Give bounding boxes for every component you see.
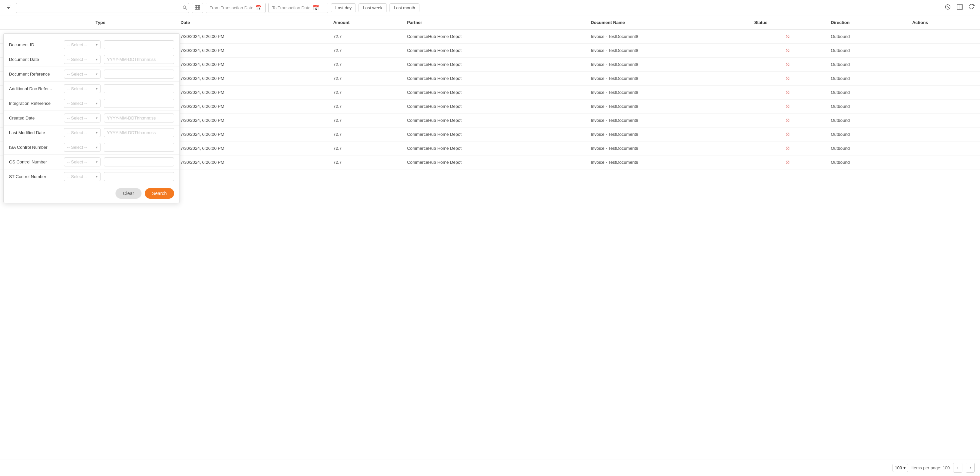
next-page-button[interactable]: › (966, 463, 975, 473)
filter-panel-footer: Clear Search (4, 184, 180, 203)
date-cell: 7/30/2024, 6:26:00 PM (176, 127, 329, 142)
date-cell: 7/30/2024, 6:26:00 PM (176, 100, 329, 113)
filter-select-2[interactable]: -- Select -- ▾ (64, 70, 100, 78)
to-date-calendar-icon: 📅 (313, 5, 319, 11)
amount-cell: 72.7 (329, 142, 402, 156)
last-month-button[interactable]: Last month (390, 3, 419, 12)
filter-select-4[interactable]: -- Select -- ▾ (64, 99, 100, 108)
col-header-date: Date (176, 16, 329, 29)
history-button[interactable] (943, 3, 952, 13)
direction-cell: Outbound (826, 100, 908, 113)
chevron-down-icon: ▾ (96, 72, 97, 76)
clear-button[interactable]: Clear (116, 188, 141, 199)
search-icon-button[interactable] (181, 4, 188, 12)
filter-row: Integration Reference -- Select -- ▾ (4, 96, 180, 111)
filter-select-5[interactable]: -- Select -- ▾ (64, 113, 100, 123)
filter-select-1[interactable]: -- Select -- ▾ (64, 55, 100, 64)
partner-cell: CommerceHub Home Depot (402, 100, 586, 113)
direction-cell: Outbound (826, 44, 908, 57)
status-error-icon: ⦻ (785, 103, 791, 110)
actions-cell (907, 44, 980, 57)
filter-label-6: Last Modified Date (9, 130, 60, 135)
page-size-select[interactable]: 100 ▾ (892, 464, 908, 472)
partner-cell: CommerceHub Home Depot (402, 142, 586, 156)
amount-cell: 72.7 (329, 72, 402, 86)
doc-name-cell: Invoice - TestDocument8 (586, 29, 749, 44)
col-header-checkbox (76, 16, 91, 29)
partner-cell: CommerceHub Home Depot (402, 86, 586, 100)
filter-row: ISA Control Number -- Select -- ▾ (4, 140, 180, 155)
status-error-icon: ⦻ (785, 145, 791, 151)
to-date-input[interactable]: To Transaction Date 📅 (268, 3, 328, 13)
status-error-icon: ⦻ (785, 159, 791, 166)
filter-label-2: Document Reference (9, 72, 60, 76)
columns-button[interactable] (955, 3, 964, 13)
from-date-calendar-icon: 📅 (255, 5, 262, 11)
filter-select-3[interactable]: -- Select -- ▾ (64, 84, 100, 93)
filter-toggle-button[interactable] (4, 3, 13, 13)
date-cell: 7/30/2024, 6:26:00 PM (176, 156, 329, 169)
from-date-input[interactable]: From Transaction Date 📅 (206, 3, 266, 13)
filter-label-4: Integration Reference (9, 101, 60, 106)
status-cell: ⦻ (749, 44, 826, 57)
status-cell: ⦻ (749, 100, 826, 113)
filter-input-1[interactable] (104, 55, 174, 64)
partner-cell: CommerceHub Home Depot (402, 29, 586, 44)
table-header-row: Type Date Amount Partner Document Name S… (0, 16, 980, 29)
filter-input-4[interactable] (104, 99, 174, 108)
doc-name-cell: Invoice - TestDocument8 (586, 113, 749, 127)
actions-cell (907, 142, 980, 156)
chevron-down-icon: ▾ (96, 43, 97, 46)
search-input[interactable] (16, 3, 189, 13)
filter-input-5[interactable] (104, 113, 174, 123)
advanced-filter-button[interactable] (192, 3, 203, 13)
partner-cell: CommerceHub Home Depot (402, 113, 586, 127)
amount-cell: 72.7 (329, 100, 402, 113)
filter-row: ST Control Number -- Select -- ▾ (4, 169, 180, 184)
filter-input-2[interactable] (104, 70, 174, 78)
col-header-type: Type (91, 16, 176, 29)
direction-cell: Outbound (826, 142, 908, 156)
date-cell: 7/30/2024, 6:26:00 PM (176, 29, 329, 44)
status-cell: ⦻ (749, 156, 826, 169)
col-header-expand (0, 16, 76, 29)
filter-select-7[interactable]: -- Select -- ▾ (64, 143, 100, 152)
filter-input-8[interactable] (104, 158, 174, 166)
last-week-button[interactable]: Last week (358, 3, 387, 12)
filter-input-3[interactable] (104, 84, 174, 93)
amount-cell: 72.7 (329, 127, 402, 142)
filter-input-9[interactable] (104, 172, 174, 181)
filter-row: Created Date -- Select -- ▾ (4, 111, 180, 126)
actions-cell (907, 29, 980, 44)
last-day-button[interactable]: Last day (331, 3, 356, 12)
partner-cell: CommerceHub Home Depot (402, 127, 586, 142)
filter-select-0[interactable]: -- Select -- ▾ (64, 40, 100, 49)
status-cell: ⦻ (749, 113, 826, 127)
status-cell: ⦻ (749, 57, 826, 72)
actions-cell (907, 127, 980, 142)
filter-select-6[interactable]: -- Select -- ▾ (64, 128, 100, 137)
filter-row: Document ID -- Select -- ▾ (4, 38, 180, 52)
direction-cell: Outbound (826, 86, 908, 100)
filter-input-6[interactable] (104, 128, 174, 137)
actions-cell (907, 100, 980, 113)
refresh-button[interactable] (967, 3, 976, 13)
chevron-down-icon: ▾ (96, 116, 97, 120)
svg-rect-10 (957, 4, 963, 10)
direction-cell: Outbound (826, 156, 908, 169)
prev-page-button[interactable]: ‹ (953, 463, 962, 473)
chevron-down-icon: ▾ (96, 57, 97, 61)
filter-input-7[interactable] (104, 143, 174, 152)
date-cell: 7/30/2024, 6:26:00 PM (176, 57, 329, 72)
filter-select-9[interactable]: -- Select -- ▾ (64, 172, 100, 181)
filter-input-0[interactable] (104, 40, 174, 49)
status-error-icon: ⦻ (785, 61, 791, 68)
search-button[interactable]: Search (145, 188, 174, 199)
direction-cell: Outbound (826, 72, 908, 86)
status-cell: ⦻ (749, 72, 826, 86)
actions-cell (907, 113, 980, 127)
filter-select-8[interactable]: -- Select -- ▾ (64, 158, 100, 166)
actions-cell (907, 156, 980, 169)
partner-cell: CommerceHub Home Depot (402, 44, 586, 57)
col-header-amount: Amount (329, 16, 402, 29)
